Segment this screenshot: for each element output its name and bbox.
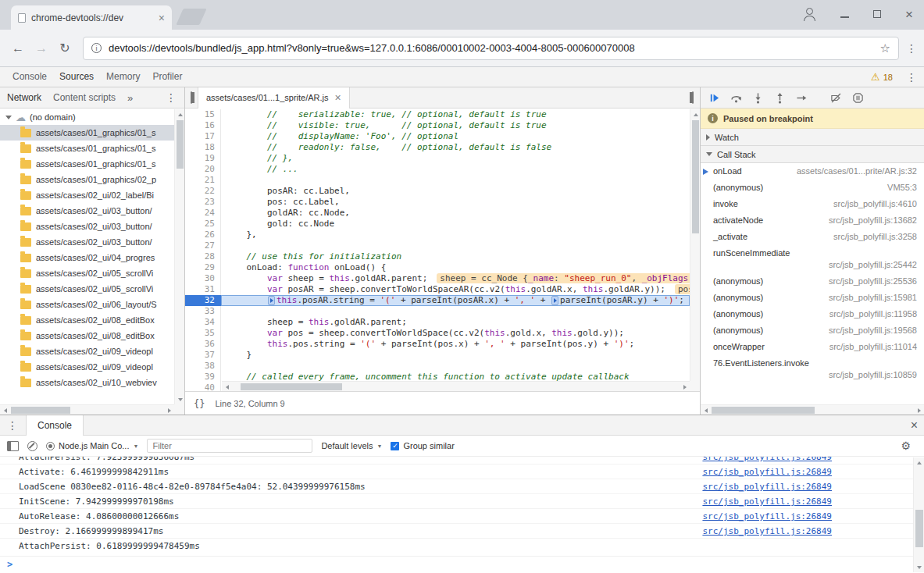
scrollbar-thumb[interactable] (177, 120, 184, 169)
scroll-right-icon[interactable] (683, 385, 687, 390)
line-number[interactable]: 32 (185, 295, 221, 306)
call-stack-frame[interactable]: onLoadassets/cases/01...prite/AR.js:32 (701, 163, 924, 180)
tab-close-icon[interactable] (159, 12, 165, 23)
filter-input[interactable] (147, 439, 312, 453)
code-editor[interactable]: 15 // serializable: true, // optional, d… (185, 109, 690, 391)
tree-item[interactable]: assets/cases/02_ui/03_button/ (0, 234, 174, 250)
call-stack-frame[interactable]: (anonymous)src/jsb_polyfill.js:25536 (701, 273, 924, 290)
drawer-close-icon[interactable] (911, 419, 918, 432)
watch-section-header[interactable]: Watch (701, 129, 924, 146)
drawer-tab-console[interactable]: Console (26, 415, 84, 436)
line-number[interactable]: 40 (185, 383, 221, 391)
back-icon[interactable] (6, 37, 30, 60)
tree-item[interactable]: assets/cases/02_ui/03_button/ (0, 203, 174, 219)
deactivate-breakpoints-button[interactable] (829, 91, 843, 105)
minimize-icon[interactable] (840, 16, 849, 18)
tree-item[interactable]: assets/cases/02_ui/05_scrollVi (0, 281, 174, 297)
log-source-link[interactable]: src/jsb_polyfill.js:26849 (702, 525, 832, 537)
tree-item[interactable]: assets/cases/02_ui/05_scrollVi (0, 265, 174, 281)
line-number[interactable]: 35 (185, 328, 221, 339)
bookmark-star-icon[interactable] (880, 41, 890, 55)
tree-item[interactable]: assets/cases/02_ui/06_layout/S (0, 297, 174, 312)
browser-tab[interactable]: chrome-devtools://dev (11, 5, 172, 30)
line-number[interactable]: 31 (185, 284, 221, 295)
line-number[interactable]: 36 (185, 339, 221, 350)
devtools-menu-icon[interactable] (905, 72, 918, 83)
editor-vertical-scrollbar[interactable] (690, 109, 700, 391)
scroll-up-icon[interactable] (694, 113, 698, 116)
scrollbar-thumb[interactable] (11, 407, 70, 414)
log-source-link[interactable]: src/jsb_polyfill.js:26849 (702, 457, 832, 463)
tree-item[interactable]: assets/cases/02_ui/03_button/ (0, 219, 174, 234)
tree-item[interactable]: assets/cases/02_ui/04_progres (0, 250, 174, 265)
call-stack-frame[interactable]: runSceneImmediatesrc/jsb_polyfill.js:254… (701, 245, 924, 273)
close-window-icon[interactable] (905, 8, 913, 21)
scrollbar-thumb[interactable] (241, 383, 342, 390)
call-stack-frame[interactable]: onceWrappersrc/jsb_polyfill.js:11014 (701, 339, 924, 355)
tree-item[interactable]: assets/cases/02_ui/09_videopl (0, 359, 174, 375)
checkbox-checked-icon[interactable] (391, 442, 399, 450)
line-number[interactable]: 22 (185, 186, 221, 197)
editor-horizontal-scrollbar[interactable] (222, 381, 690, 391)
line-number[interactable]: 38 (185, 361, 221, 372)
line-number[interactable]: 25 (185, 219, 221, 230)
scroll-right-icon[interactable] (168, 408, 171, 413)
maximize-icon[interactable] (873, 10, 881, 18)
execution-context-selector[interactable]: Node.js Main Co... (46, 441, 138, 450)
devtools-tab-console[interactable]: Console (6, 67, 53, 87)
scrollbar-thumb[interactable] (712, 407, 815, 414)
reload-icon[interactable] (53, 37, 77, 60)
step-button[interactable] (794, 91, 808, 105)
tree-item[interactable]: assets/cases/01_graphics/02_p (0, 172, 174, 187)
line-number[interactable]: 26 (185, 230, 221, 240)
line-number[interactable]: 39 (185, 372, 221, 383)
page-info-icon[interactable] (91, 43, 102, 53)
tree-item[interactable]: assets/cases/01_graphics/01_s (0, 156, 174, 172)
scrollbar-thumb[interactable] (915, 510, 923, 547)
step-out-button[interactable] (772, 91, 787, 105)
pretty-print-button[interactable]: {} (194, 398, 205, 409)
scroll-down-icon[interactable] (178, 398, 183, 401)
call-stack-section-header[interactable]: Call Stack (701, 146, 924, 163)
resume-button[interactable] (707, 91, 721, 105)
line-number[interactable]: 37 (185, 350, 221, 361)
navigator-menu-icon[interactable] (165, 92, 177, 103)
tree-item[interactable]: assets/cases/02_ui/02_label/Bi (0, 187, 174, 203)
debugger-horizontal-scrollbar[interactable] (701, 404, 924, 415)
navigator-tab-content-scripts[interactable]: Content scripts (53, 92, 116, 103)
log-levels-dropdown[interactable]: Default levels (321, 441, 382, 450)
file-tab[interactable]: assets/cases/01...1_sprite/AR.js (198, 87, 350, 109)
scroll-down-icon[interactable] (917, 566, 922, 569)
file-tab-close-icon[interactable] (335, 92, 341, 103)
call-stack-frame[interactable]: _activatesrc/jsb_polyfill.js:3258 (701, 229, 924, 245)
devtools-tab-memory[interactable]: Memory (100, 67, 146, 87)
log-source-link[interactable]: src/jsb_polyfill.js:26849 (702, 481, 832, 493)
new-tab-button[interactable] (176, 9, 206, 25)
call-stack-frame[interactable]: 76.EventListeners.invokesrc/jsb_polyfill… (701, 355, 924, 383)
line-number[interactable]: 27 (185, 240, 221, 251)
tree-item[interactable]: assets/cases/01_graphics/01_s (0, 125, 174, 141)
console-sidebar-icon[interactable] (7, 441, 19, 451)
scroll-left-icon[interactable] (4, 408, 7, 413)
call-stack-frame[interactable]: (anonymous)VM55:3 (701, 180, 924, 196)
console-prompt[interactable] (0, 556, 924, 572)
step-marker-icon[interactable] (551, 296, 558, 305)
drawer-menu-icon[interactable] (6, 420, 19, 431)
scroll-up-icon[interactable] (178, 113, 183, 116)
log-source-link[interactable]: src/jsb_polyfill.js:26849 (702, 496, 832, 507)
console-settings-icon[interactable] (901, 440, 911, 452)
tree-root-domain[interactable]: (no domain) (0, 109, 174, 125)
group-similar-checkbox[interactable]: Group similar (391, 441, 454, 450)
log-source-link[interactable]: src/jsb_polyfill.js:26849 (702, 466, 832, 478)
address-bar[interactable]: devtools://devtools/bundled/js_app.html?… (83, 37, 899, 60)
call-stack-frame[interactable]: (anonymous)src/jsb_polyfill.js:15981 (701, 290, 924, 306)
line-number[interactable]: 30 (185, 273, 221, 284)
step-into-button[interactable] (751, 91, 765, 105)
line-number[interactable]: 28 (185, 251, 221, 262)
warning-badge[interactable]: 18 (871, 71, 893, 83)
expander-down-icon[interactable] (5, 116, 12, 119)
call-stack-frame[interactable]: activateNodesrc/jsb_polyfill.js:13682 (701, 212, 924, 229)
profile-icon[interactable] (802, 7, 816, 21)
scroll-left-icon[interactable] (705, 408, 708, 413)
debugger-toggle-button[interactable] (686, 92, 700, 103)
